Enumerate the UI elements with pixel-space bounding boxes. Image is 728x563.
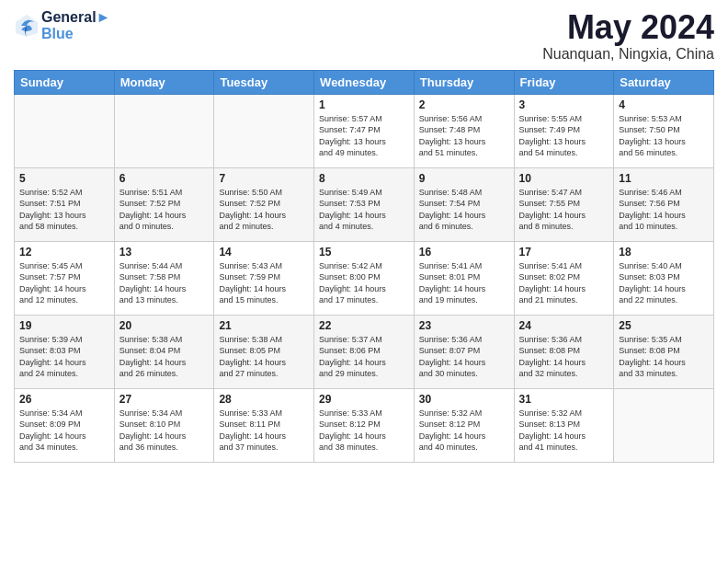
day-number: 25 [619, 319, 709, 332]
logo-icon [14, 13, 40, 39]
calendar-cell: 2Sunrise: 5:56 AMSunset: 7:48 PMDaylight… [414, 94, 514, 167]
cell-info: Sunrise: 5:57 AMSunset: 7:47 PMDaylight:… [319, 113, 409, 159]
col-header-thursday: Thursday [414, 70, 514, 94]
calendar-cell: 19Sunrise: 5:39 AMSunset: 8:03 PMDayligh… [15, 315, 115, 388]
cell-info: Sunrise: 5:35 AMSunset: 8:08 PMDaylight:… [619, 334, 709, 380]
calendar-cell: 28Sunrise: 5:33 AMSunset: 8:11 PMDayligh… [214, 388, 314, 462]
col-header-tuesday: Tuesday [214, 70, 314, 94]
logo: General► Blue [14, 9, 110, 42]
calendar-cell: 15Sunrise: 5:42 AMSunset: 8:00 PMDayligh… [314, 241, 415, 315]
calendar: SundayMondayTuesdayWednesdayThursdayFrid… [14, 70, 714, 463]
cell-info: Sunrise: 5:34 AMSunset: 8:10 PMDaylight:… [119, 408, 210, 454]
day-number: 13 [119, 246, 210, 259]
cell-info: Sunrise: 5:47 AMSunset: 7:55 PMDaylight:… [519, 187, 609, 233]
location: Nuanquan, Ningxia, China [542, 46, 714, 63]
week-row-5: 26Sunrise: 5:34 AMSunset: 8:09 PMDayligh… [15, 388, 714, 462]
header: General► Blue May 2024 Nuanquan, Ningxia… [14, 9, 714, 63]
title-block: May 2024 Nuanquan, Ningxia, China [542, 9, 714, 63]
calendar-cell: 30Sunrise: 5:32 AMSunset: 8:12 PMDayligh… [414, 388, 514, 462]
col-header-saturday: Saturday [614, 70, 714, 94]
cell-info: Sunrise: 5:56 AMSunset: 7:48 PMDaylight:… [419, 113, 509, 159]
calendar-cell: 4Sunrise: 5:53 AMSunset: 7:50 PMDaylight… [614, 94, 714, 167]
cell-info: Sunrise: 5:55 AMSunset: 7:49 PMDaylight:… [519, 113, 609, 159]
cell-info: Sunrise: 5:33 AMSunset: 8:11 PMDaylight:… [219, 408, 309, 454]
day-number: 20 [119, 319, 210, 332]
day-number: 15 [319, 246, 409, 259]
day-number: 11 [619, 172, 709, 185]
cell-info: Sunrise: 5:50 AMSunset: 7:52 PMDaylight:… [219, 187, 309, 233]
calendar-cell: 20Sunrise: 5:38 AMSunset: 8:04 PMDayligh… [114, 315, 214, 388]
col-header-wednesday: Wednesday [314, 70, 415, 94]
calendar-cell: 12Sunrise: 5:45 AMSunset: 7:57 PMDayligh… [15, 241, 115, 315]
calendar-cell: 23Sunrise: 5:36 AMSunset: 8:07 PMDayligh… [414, 315, 514, 388]
day-number: 27 [119, 393, 210, 406]
day-number: 5 [19, 172, 109, 185]
calendar-cell: 7Sunrise: 5:50 AMSunset: 7:52 PMDaylight… [214, 167, 314, 241]
calendar-cell: 31Sunrise: 5:32 AMSunset: 8:13 PMDayligh… [514, 388, 614, 462]
calendar-cell: 14Sunrise: 5:43 AMSunset: 7:59 PMDayligh… [214, 241, 314, 315]
calendar-cell: 27Sunrise: 5:34 AMSunset: 8:10 PMDayligh… [114, 388, 214, 462]
day-number: 22 [319, 319, 409, 332]
calendar-cell [114, 94, 214, 167]
day-number: 28 [219, 393, 309, 406]
month-title: May 2024 [542, 9, 714, 46]
day-number: 19 [19, 319, 109, 332]
calendar-cell: 1Sunrise: 5:57 AMSunset: 7:47 PMDaylight… [314, 94, 415, 167]
week-row-4: 19Sunrise: 5:39 AMSunset: 8:03 PMDayligh… [15, 315, 714, 388]
week-row-2: 5Sunrise: 5:52 AMSunset: 7:51 PMDaylight… [15, 167, 714, 241]
day-number: 26 [19, 393, 109, 406]
day-number: 23 [419, 319, 509, 332]
day-number: 31 [519, 393, 609, 406]
calendar-header-row: SundayMondayTuesdayWednesdayThursdayFrid… [15, 70, 714, 94]
day-number: 17 [519, 246, 609, 259]
cell-info: Sunrise: 5:42 AMSunset: 8:00 PMDaylight:… [319, 260, 409, 306]
day-number: 18 [619, 246, 709, 259]
calendar-cell: 16Sunrise: 5:41 AMSunset: 8:01 PMDayligh… [414, 241, 514, 315]
cell-info: Sunrise: 5:33 AMSunset: 8:12 PMDaylight:… [319, 408, 409, 454]
calendar-cell: 18Sunrise: 5:40 AMSunset: 8:03 PMDayligh… [614, 241, 714, 315]
cell-info: Sunrise: 5:40 AMSunset: 8:03 PMDaylight:… [619, 260, 709, 306]
calendar-cell: 25Sunrise: 5:35 AMSunset: 8:08 PMDayligh… [614, 315, 714, 388]
calendar-cell: 21Sunrise: 5:38 AMSunset: 8:05 PMDayligh… [214, 315, 314, 388]
day-number: 21 [219, 319, 309, 332]
calendar-cell: 6Sunrise: 5:51 AMSunset: 7:52 PMDaylight… [114, 167, 214, 241]
day-number: 29 [319, 393, 409, 406]
cell-info: Sunrise: 5:34 AMSunset: 8:09 PMDaylight:… [19, 408, 109, 454]
calendar-cell: 10Sunrise: 5:47 AMSunset: 7:55 PMDayligh… [514, 167, 614, 241]
cell-info: Sunrise: 5:45 AMSunset: 7:57 PMDaylight:… [19, 260, 109, 306]
cell-info: Sunrise: 5:44 AMSunset: 7:58 PMDaylight:… [119, 260, 210, 306]
day-number: 10 [519, 172, 609, 185]
col-header-friday: Friday [514, 70, 614, 94]
calendar-cell: 3Sunrise: 5:55 AMSunset: 7:49 PMDaylight… [514, 94, 614, 167]
cell-info: Sunrise: 5:49 AMSunset: 7:53 PMDaylight:… [319, 187, 409, 233]
calendar-cell [15, 94, 115, 167]
calendar-cell: 5Sunrise: 5:52 AMSunset: 7:51 PMDaylight… [15, 167, 115, 241]
day-number: 6 [119, 172, 210, 185]
day-number: 14 [219, 246, 309, 259]
cell-info: Sunrise: 5:32 AMSunset: 8:13 PMDaylight:… [519, 408, 609, 454]
day-number: 4 [619, 98, 709, 111]
cell-info: Sunrise: 5:46 AMSunset: 7:56 PMDaylight:… [619, 187, 709, 233]
day-number: 16 [419, 246, 509, 259]
day-number: 2 [419, 98, 509, 111]
calendar-cell: 29Sunrise: 5:33 AMSunset: 8:12 PMDayligh… [314, 388, 415, 462]
cell-info: Sunrise: 5:51 AMSunset: 7:52 PMDaylight:… [119, 187, 210, 233]
day-number: 8 [319, 172, 409, 185]
week-row-3: 12Sunrise: 5:45 AMSunset: 7:57 PMDayligh… [15, 241, 714, 315]
calendar-cell: 11Sunrise: 5:46 AMSunset: 7:56 PMDayligh… [614, 167, 714, 241]
calendar-cell: 9Sunrise: 5:48 AMSunset: 7:54 PMDaylight… [414, 167, 514, 241]
cell-info: Sunrise: 5:53 AMSunset: 7:50 PMDaylight:… [619, 113, 709, 159]
cell-info: Sunrise: 5:48 AMSunset: 7:54 PMDaylight:… [419, 187, 509, 233]
cell-info: Sunrise: 5:36 AMSunset: 8:08 PMDaylight:… [519, 334, 609, 380]
day-number: 24 [519, 319, 609, 332]
logo-text: General► Blue [41, 9, 110, 42]
calendar-cell [214, 94, 314, 167]
day-number: 3 [519, 98, 609, 111]
cell-info: Sunrise: 5:41 AMSunset: 8:01 PMDaylight:… [419, 260, 509, 306]
calendar-cell: 13Sunrise: 5:44 AMSunset: 7:58 PMDayligh… [114, 241, 214, 315]
cell-info: Sunrise: 5:38 AMSunset: 8:05 PMDaylight:… [219, 334, 309, 380]
cell-info: Sunrise: 5:38 AMSunset: 8:04 PMDaylight:… [119, 334, 210, 380]
day-number: 1 [319, 98, 409, 111]
day-number: 12 [19, 246, 109, 259]
calendar-cell: 26Sunrise: 5:34 AMSunset: 8:09 PMDayligh… [15, 388, 115, 462]
